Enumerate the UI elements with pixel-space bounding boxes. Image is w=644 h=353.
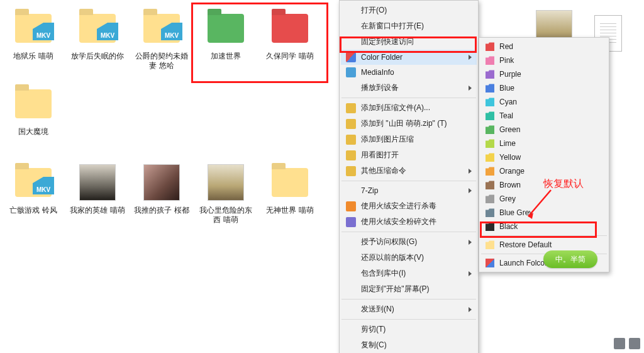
folder-color-swatch-icon [486, 125, 494, 134]
folder-color-swatch-icon [486, 139, 494, 148]
color-option-green[interactable]: Green [480, 123, 608, 137]
folder-item[interactable]: MKV 亡骸游戏 铃风 [4, 162, 63, 225]
folder-color-swatch-icon [486, 208, 494, 217]
submenu-arrow-icon [469, 55, 472, 60]
menu-label: 添加到 "山田 萌萌.zip" (T) [361, 118, 447, 129]
menu-separator [341, 181, 476, 181]
folder-label: 久保同学 喵萌 [266, 52, 313, 61]
folder-label: 无神世界 喵萌 [266, 206, 313, 215]
color-option-blue-grey[interactable]: Blue Grey [480, 206, 608, 220]
folder-label: 加速世界 [211, 52, 241, 61]
menu-label: MediaInfo [361, 68, 394, 77]
menu-label: 包含到库中(I) [361, 268, 406, 279]
color-option-teal[interactable]: Teal [480, 109, 608, 123]
menu-7zip[interactable]: 7-Zip [341, 183, 477, 198]
color-option-label: Blue Grey [499, 208, 533, 217]
system-tray [614, 338, 640, 349]
menu-label: 添加到图片压缩 [361, 134, 414, 145]
folder-item[interactable]: 无神世界 喵萌 [260, 162, 319, 225]
menu-label: 7-Zip [361, 186, 378, 195]
folder-item[interactable]: 加速世界 [196, 8, 255, 70]
menu-label: 复制(C) [361, 340, 387, 350]
folder-item[interactable]: MKV 地狱乐 喵萌 [4, 8, 63, 70]
ime-badge[interactable]: 中。半简 [543, 250, 597, 268]
archive-icon [346, 103, 356, 113]
menu-separator [341, 299, 476, 300]
menu-add-img-zip[interactable]: 添加到图片压缩 [341, 132, 477, 147]
color-option-purple[interactable]: Purple [480, 67, 608, 81]
color-option-orange[interactable]: Orange [480, 164, 608, 178]
folder-item[interactable]: 国大魔境 [4, 83, 63, 137]
folder-item[interactable]: 我推的孩子 桜都 [132, 162, 191, 225]
menu-mediainfo[interactable]: MediaInfo [341, 65, 477, 80]
menu-restore-previous[interactable]: 还原以前的版本(V) [341, 250, 477, 266]
folder-label: 国大魔境 [18, 127, 48, 137]
menu-add-archive[interactable]: 添加到压缩文件(A)... [341, 100, 477, 116]
folder-item[interactable]: 久保同学 喵萌 [260, 8, 319, 70]
folder-item[interactable]: MKV 公爵的契约未婚妻 悠哈 [132, 8, 191, 70]
folder-label: 地狱乐 喵萌 [13, 52, 53, 61]
menu-huorong-scan[interactable]: 使用火绒安全进行杀毒 [341, 198, 477, 214]
color-restore-default[interactable]: Restore Default [480, 238, 608, 252]
menu-cut[interactable]: 剪切(T) [341, 322, 477, 337]
folder-color-swatch-icon [486, 222, 494, 231]
menu-separator [341, 232, 476, 232]
menu-label: 固定到快速访问 [361, 36, 414, 47]
color-option-label: Yellow [499, 153, 521, 162]
menu-label: 用看图打开 [361, 150, 399, 160]
color-option-label: Orange [499, 167, 525, 176]
menu-separator [481, 235, 607, 236]
color-option-yellow[interactable]: Yellow [480, 150, 608, 164]
folcolor-app-icon [486, 259, 494, 267]
folder-item[interactable]: MKV 放学后失眠的你 [68, 8, 127, 70]
menu-label: 固定到"开始"屏幕(P) [361, 284, 430, 294]
menu-open-with-image-viewer[interactable]: 用看图打开 [341, 147, 477, 163]
folder-color-swatch-icon [486, 98, 494, 106]
mediainfo-icon [346, 67, 356, 77]
folder-label: 我心里危险的东西 喵萌 [196, 206, 255, 225]
menu-pin-quick-access[interactable]: 固定到快速访问 [341, 34, 477, 50]
color-option-label: Brown [499, 181, 521, 189]
menu-grant-access[interactable]: 授予访问权限(G) [341, 234, 477, 250]
folder-label: 放学后失眠的你 [71, 52, 124, 61]
color-option-blue[interactable]: Blue [480, 81, 608, 95]
color-option-label: Blue [499, 84, 514, 92]
folder-item[interactable]: 我心里危险的东西 喵萌 [196, 162, 255, 225]
folder-color-swatch-icon [486, 111, 494, 120]
color-option-cyan[interactable]: Cyan [480, 95, 608, 109]
archive-icon [346, 166, 356, 176]
folder-item[interactable]: 我家的英雄 喵萌 [68, 162, 127, 225]
submenu-arrow-icon [469, 240, 472, 245]
menu-label: 剪切(T) [361, 324, 386, 335]
menu-color-folder[interactable]: Color Folder [341, 50, 477, 65]
tray-icon[interactable] [629, 338, 640, 349]
tray-icon[interactable] [614, 338, 625, 349]
menu-pin-start[interactable]: 固定到"开始"屏幕(P) [341, 281, 477, 297]
color-option-lime[interactable]: Lime [480, 137, 608, 150]
huorong-icon [346, 201, 356, 211]
folder-color-swatch-icon [486, 84, 494, 92]
menu-send-to[interactable]: 发送到(N) [341, 301, 477, 317]
menu-copy[interactable]: 复制(C) [341, 337, 477, 353]
menu-label: Restore Default [499, 240, 552, 249]
menu-huorong-shred[interactable]: 使用火绒安全粉碎文件 [341, 214, 477, 230]
menu-include-library[interactable]: 包含到库中(I) [341, 266, 477, 281]
menu-add-zip[interactable]: 添加到 "山田 萌萌.zip" (T) [341, 116, 477, 132]
color-option-label: Grey [499, 194, 516, 203]
color-option-grey[interactable]: Grey [480, 192, 608, 206]
color-option-red[interactable]: Red [480, 40, 608, 53]
color-option-label: Cyan [499, 98, 517, 106]
folder-color-swatch-icon [486, 153, 494, 162]
submenu-arrow-icon [469, 188, 472, 193]
menu-other-zip[interactable]: 其他压缩命令 [341, 163, 477, 179]
menu-play-to-device[interactable]: 播放到设备 [341, 80, 477, 96]
color-option-label: Teal [499, 111, 513, 120]
color-option-black[interactable]: Black [480, 220, 608, 233]
color-option-pink[interactable]: Pink [480, 53, 608, 67]
menu-open[interactable]: 打开(O) [341, 3, 477, 18]
color-option-brown[interactable]: Brown [480, 178, 608, 192]
menu-open-new-window[interactable]: 在新窗口中打开(E) [341, 18, 477, 34]
folder-label: 公爵的契约未婚妻 悠哈 [132, 52, 191, 70]
menu-separator [341, 98, 476, 98]
menu-separator [341, 319, 476, 320]
